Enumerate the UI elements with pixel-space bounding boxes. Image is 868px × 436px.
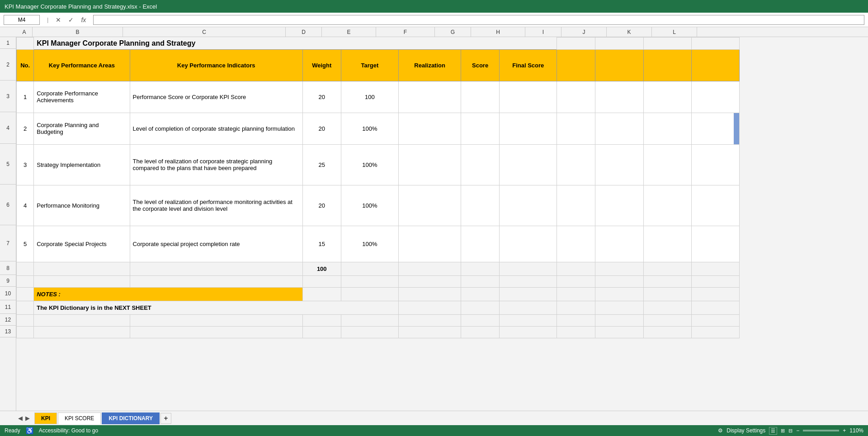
- tab-kpi[interactable]: KPI: [34, 412, 57, 424]
- tab-kpi-dictionary[interactable]: KPI DICTIONARY: [102, 412, 160, 424]
- view-page-icon[interactable]: ⊞: [781, 428, 785, 434]
- col-header-d[interactable]: D: [286, 27, 322, 37]
- cell-realization-3[interactable]: [399, 144, 461, 185]
- cell-j4[interactable]: [595, 113, 643, 144]
- cell-l6[interactable]: [691, 185, 739, 226]
- grid-container[interactable]: KPI Manager Corporate Planning and Strat…: [16, 37, 868, 411]
- row-num-8[interactable]: 8: [0, 261, 16, 275]
- header-kpi[interactable]: Key Performance Indicators: [130, 49, 302, 81]
- cell-score-2[interactable]: [461, 113, 500, 144]
- cell-i5[interactable]: [557, 144, 595, 185]
- cell-k7[interactable]: [643, 226, 691, 262]
- cell-l4[interactable]: [691, 113, 739, 144]
- cell-e8[interactable]: [341, 262, 398, 275]
- cell-j3[interactable]: [595, 81, 643, 113]
- view-break-icon[interactable]: ⊟: [788, 428, 793, 434]
- col-header-a[interactable]: A: [16, 27, 33, 37]
- cell-target-2[interactable]: 100%: [341, 113, 398, 144]
- cell-weight-5[interactable]: 15: [302, 226, 341, 262]
- cell-kpa-4[interactable]: Performance Monitoring: [34, 185, 130, 226]
- cell-j5[interactable]: [595, 144, 643, 185]
- cell-no-1[interactable]: 1: [17, 81, 34, 113]
- cell-target-3[interactable]: 100%: [341, 144, 398, 185]
- row-num-5[interactable]: 5: [0, 144, 16, 185]
- header-final-score[interactable]: Final Score: [500, 49, 557, 81]
- cell-l5[interactable]: [691, 144, 739, 185]
- row-num-2[interactable]: 2: [0, 49, 16, 81]
- cell-realization-4[interactable]: [399, 185, 461, 226]
- zoom-minus-icon[interactable]: −: [796, 427, 799, 434]
- cell-kpa-3[interactable]: Strategy Implementation: [34, 144, 130, 185]
- header-weight[interactable]: Weight: [302, 49, 341, 81]
- cell-kpi-5[interactable]: Corporate special project completion rat…: [130, 226, 302, 262]
- row-num-11[interactable]: 11: [0, 300, 16, 314]
- cell-no-3[interactable]: 3: [17, 144, 34, 185]
- cell-k3[interactable]: [643, 81, 691, 113]
- tab-kpi-score[interactable]: KPI SCORE: [58, 412, 101, 424]
- cell-k4[interactable]: [643, 113, 691, 144]
- cell-score-1[interactable]: [461, 81, 500, 113]
- header-target[interactable]: Target: [341, 49, 398, 81]
- cell-total-weight[interactable]: 100: [302, 262, 341, 275]
- name-box[interactable]: [4, 15, 40, 25]
- cell-kpa-5[interactable]: Corporate Special Projects: [34, 226, 130, 262]
- cell-g8[interactable]: [461, 262, 500, 275]
- cell-no-5[interactable]: 5: [17, 226, 34, 262]
- row-num-6[interactable]: 6: [0, 185, 16, 225]
- cell-k6[interactable]: [643, 185, 691, 226]
- scroll-right-icon[interactable]: ▶: [25, 415, 30, 422]
- row-num-7[interactable]: 7: [0, 225, 16, 261]
- cell-i6[interactable]: [557, 185, 595, 226]
- header-j[interactable]: [595, 49, 643, 81]
- cell-weight-1[interactable]: 20: [302, 81, 341, 113]
- header-l[interactable]: [691, 49, 739, 81]
- cell-no-2[interactable]: 2: [17, 113, 34, 144]
- cell-score-3[interactable]: [461, 144, 500, 185]
- cell-score-4[interactable]: [461, 185, 500, 226]
- cell-j8[interactable]: [595, 262, 643, 275]
- cell-no-4[interactable]: 4: [17, 185, 34, 226]
- cell-final-score-1[interactable]: [500, 81, 557, 113]
- cell-weight-4[interactable]: 20: [302, 185, 341, 226]
- scroll-left-icon[interactable]: ◀: [18, 415, 23, 422]
- cell-j7[interactable]: [595, 226, 643, 262]
- header-score[interactable]: Score: [461, 49, 500, 81]
- cell-b8[interactable]: [34, 262, 130, 275]
- cell-target-4[interactable]: 100%: [341, 185, 398, 226]
- col-header-e[interactable]: E: [322, 27, 376, 37]
- cell-realization-5[interactable]: [399, 226, 461, 262]
- header-k[interactable]: [643, 49, 691, 81]
- cell-k8[interactable]: [643, 262, 691, 275]
- header-realization[interactable]: Realization: [399, 49, 461, 81]
- col-header-c[interactable]: C: [123, 27, 286, 37]
- row-num-4[interactable]: 4: [0, 112, 16, 144]
- view-normal-icon[interactable]: ☰: [769, 427, 777, 435]
- cell-l8[interactable]: [691, 262, 739, 275]
- col-header-g[interactable]: G: [435, 27, 471, 37]
- cell-l1[interactable]: [691, 38, 739, 50]
- cell-l3[interactable]: [691, 81, 739, 113]
- col-header-b[interactable]: B: [33, 27, 123, 37]
- add-sheet-button[interactable]: +: [160, 413, 171, 424]
- cell-kpi-1[interactable]: Performance Score or Corporate KPI Score: [130, 81, 302, 113]
- formula-bar[interactable]: [93, 15, 864, 25]
- row-num-12[interactable]: 12: [0, 314, 16, 326]
- function-icon[interactable]: fx: [81, 16, 86, 24]
- cell-weight-3[interactable]: 25: [302, 144, 341, 185]
- display-settings-icon[interactable]: ⚙: [718, 427, 723, 434]
- cell-k1[interactable]: [643, 38, 691, 50]
- header-i[interactable]: [557, 49, 595, 81]
- cell-notes-label[interactable]: NOTES :: [34, 287, 303, 301]
- cell-final-score-3[interactable]: [500, 144, 557, 185]
- cell-a10[interactable]: [17, 287, 34, 301]
- zoom-plus-icon[interactable]: +: [843, 427, 846, 434]
- cell-b1-title[interactable]: KPI Manager Corporate Planning and Strat…: [34, 38, 557, 50]
- cell-final-score-4[interactable]: [500, 185, 557, 226]
- cell-target-5[interactable]: 100%: [341, 226, 398, 262]
- cell-l7[interactable]: [691, 226, 739, 262]
- cell-final-score-5[interactable]: [500, 226, 557, 262]
- cell-i4[interactable]: [557, 113, 595, 144]
- row-num-3[interactable]: 3: [0, 81, 16, 112]
- header-no[interactable]: No.: [17, 49, 34, 81]
- col-header-f[interactable]: F: [376, 27, 435, 37]
